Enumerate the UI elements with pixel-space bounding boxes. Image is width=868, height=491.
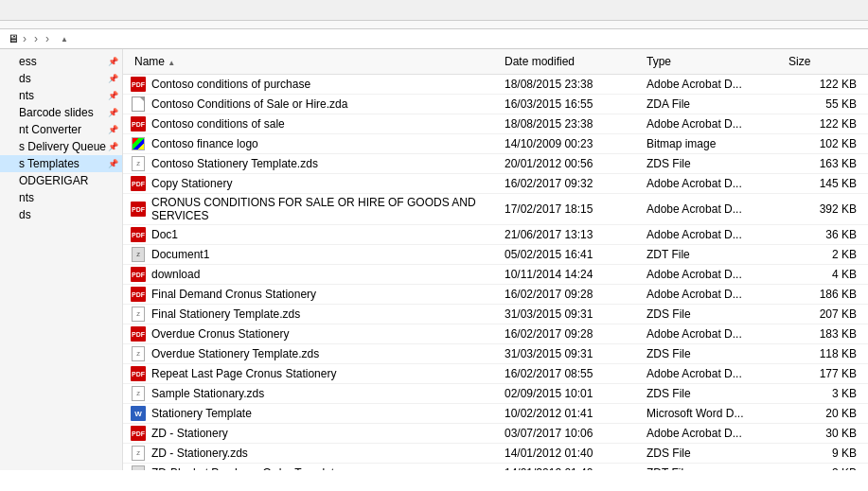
pdf-icon: PDF [131, 267, 146, 282]
file-type-text: Adobe Acrobat D... [643, 116, 785, 132]
table-row[interactable]: PDF Overdue Cronus Stationery 16/02/2017… [123, 324, 868, 344]
pdf-icon: PDF [131, 326, 146, 342]
table-row[interactable]: Z Overdue Stationery Template.zds 31/03/… [123, 344, 868, 364]
table-row[interactable]: Z Contoso Stationery Template.zds 20/01/… [123, 154, 868, 174]
file-type-icon: PDF [131, 366, 146, 381]
file-type-text: Adobe Acrobat D... [643, 366, 785, 381]
file-type-text: Adobe Acrobat D... [643, 426, 785, 441]
pin-icon[interactable]: 📌 [108, 125, 118, 134]
file-size: 4 KB [785, 267, 860, 282]
file-name-cell: Z ZD - Stationery.zds [131, 445, 501, 462]
file-size: 9 KB [785, 446, 860, 461]
file-name-text: ZD - Stationery [151, 427, 228, 440]
file-type-text: ZDT File [643, 465, 785, 470]
col-type[interactable]: Type [643, 53, 785, 70]
table-row[interactable]: PDF Doc1 21/06/2017 13:13 Adobe Acrobat … [123, 225, 868, 245]
table-row[interactable]: Z Sample Stationary.zds 02/09/2015 10:01… [123, 384, 868, 404]
sort-arrow: ▲ [61, 35, 68, 44]
table-row[interactable]: PDF Repeat Last Page Cronus Stationery 1… [123, 364, 868, 384]
sidebar-item-nts2[interactable]: nts [0, 189, 122, 206]
file-icon [132, 96, 145, 112]
pdf-icon: PDF [131, 287, 146, 302]
file-name-cell: PDF Copy Stationery [131, 175, 501, 192]
file-name-cell: PDF Doc1 [131, 226, 501, 243]
file-date: 16/02/2017 09:28 [501, 326, 643, 342]
file-type-text: ZDT File [643, 247, 785, 262]
file-type-icon: PDF [131, 267, 146, 282]
sidebar-item-nt-converter[interactable]: nt Converter📌 [0, 121, 122, 138]
table-row[interactable]: Z ZD - Stationery.zds 14/01/2012 01:40 Z… [123, 444, 868, 464]
table-row[interactable]: Z ZD-Blanket Purchase Order Template 14/… [123, 464, 868, 470]
file-size: 30 KB [785, 426, 860, 441]
file-type-icon: Z [131, 465, 146, 470]
breadcrumb-sep-1: › [34, 32, 38, 45]
file-name-text: Contoso Conditions of Sale or Hire.zda [151, 97, 347, 111]
sidebar-item-odgerigar[interactable]: ODGERIGAR [0, 172, 122, 189]
file-type-text: Adobe Acrobat D... [643, 176, 785, 191]
table-row[interactable]: Z Final Stationery Template.zds 31/03/20… [123, 305, 868, 324]
table-row[interactable]: Contoso Conditions of Sale or Hire.zda 1… [123, 95, 868, 114]
file-size: 145 KB [785, 176, 860, 191]
file-name-cell: PDF download [131, 266, 501, 283]
file-date: 31/03/2015 09:31 [501, 346, 643, 361]
file-type-text: Adobe Acrobat D... [643, 227, 785, 242]
col-date[interactable]: Date modified [501, 53, 643, 70]
ribbon-tab-share[interactable] [8, 23, 19, 26]
file-type-icon: PDF [131, 287, 146, 302]
pin-icon[interactable]: 📌 [108, 142, 118, 151]
file-size: 3 KB [785, 465, 860, 470]
file-name-text: CRONUS CONDITIONS FOR SALE OR HIRE OF GO… [151, 196, 501, 222]
file-name-text: Contoso conditions of sale [151, 117, 285, 131]
file-size: 36 KB [785, 227, 860, 242]
sidebar-item-label: Barcode slides [19, 106, 94, 119]
col-name[interactable]: Name ▲ [131, 53, 501, 70]
file-size: 122 KB [785, 77, 860, 92]
zdt-icon: Z [132, 247, 145, 262]
pin-icon[interactable]: 📌 [108, 108, 118, 117]
file-type-icon: W [131, 406, 146, 421]
breadcrumb-sep-2: › [45, 32, 49, 45]
zds-icon: Z [132, 307, 145, 322]
table-row[interactable]: PDF CRONUS CONDITIONS FOR SALE OR HIRE O… [123, 194, 868, 225]
sidebar-item-ds2[interactable]: ds [0, 206, 122, 223]
bmp-icon [132, 137, 145, 150]
pdf-icon: PDF [131, 77, 146, 92]
pin-icon[interactable]: 📌 [108, 57, 118, 66]
table-row[interactable]: W Stationery Template 10/02/2012 01:41 M… [123, 404, 868, 424]
file-date: 20/01/2012 00:56 [501, 156, 643, 171]
sidebar-item-label: ODGERIGAR [19, 174, 88, 187]
sidebar-item-ess[interactable]: ess📌 [0, 53, 122, 70]
sidebar-item-nts[interactable]: nts📌 [0, 87, 122, 104]
col-size[interactable]: Size [785, 53, 860, 70]
file-name-cell: Z Final Stationery Template.zds [131, 306, 501, 323]
table-row[interactable]: PDF ZD - Stationery 03/07/2017 10:06 Ado… [123, 424, 868, 444]
file-type-text: Adobe Acrobat D... [643, 77, 785, 92]
file-size: 122 KB [785, 116, 860, 132]
ribbon-tab-view[interactable] [34, 23, 45, 26]
file-name-cell: PDF Contoso conditions of sale [131, 115, 501, 132]
sidebar-item-delivery-queue[interactable]: s Delivery Queue📌 [0, 138, 122, 155]
table-row[interactable]: PDF Final Demand Cronus Stationery 16/02… [123, 285, 868, 305]
table-row[interactable]: PDF Contoso conditions of sale 18/08/201… [123, 114, 868, 134]
pin-icon[interactable]: 📌 [108, 91, 118, 100]
file-type-text: ZDS File [643, 386, 785, 401]
file-date: 14/01/2012 01:40 [501, 465, 643, 470]
table-row[interactable]: PDF Copy Stationery 16/02/2017 09:32 Ado… [123, 174, 868, 194]
pin-icon[interactable]: 📌 [108, 74, 118, 83]
table-row[interactable]: Contoso finance logo 14/10/2009 00:23 Bi… [123, 134, 868, 154]
file-type-icon: PDF [131, 176, 146, 191]
table-row[interactable]: PDF download 10/11/2014 14:24 Adobe Acro… [123, 265, 868, 285]
file-name-text: Doc1 [151, 228, 178, 241]
sidebar-item-barcode-slides[interactable]: Barcode slides📌 [0, 104, 122, 121]
sidebar-item-s-templates[interactable]: s Templates📌 [0, 155, 122, 172]
network-icon: 🖥 [8, 32, 19, 45]
sidebar-item-label: ess [19, 55, 37, 68]
ribbon [0, 21, 868, 29]
file-name-cell: W Stationery Template [131, 405, 501, 422]
sidebar-item-ds[interactable]: ds📌 [0, 70, 122, 87]
pin-icon[interactable]: 📌 [108, 159, 118, 168]
table-row[interactable]: PDF Contoso conditions of purchase 18/08… [123, 75, 868, 95]
table-row[interactable]: Z Document1 05/02/2015 16:41 ZDT File 2 … [123, 245, 868, 265]
file-date: 18/08/2015 23:38 [501, 116, 643, 132]
sidebar-item-label: s Delivery Queue [19, 140, 106, 153]
